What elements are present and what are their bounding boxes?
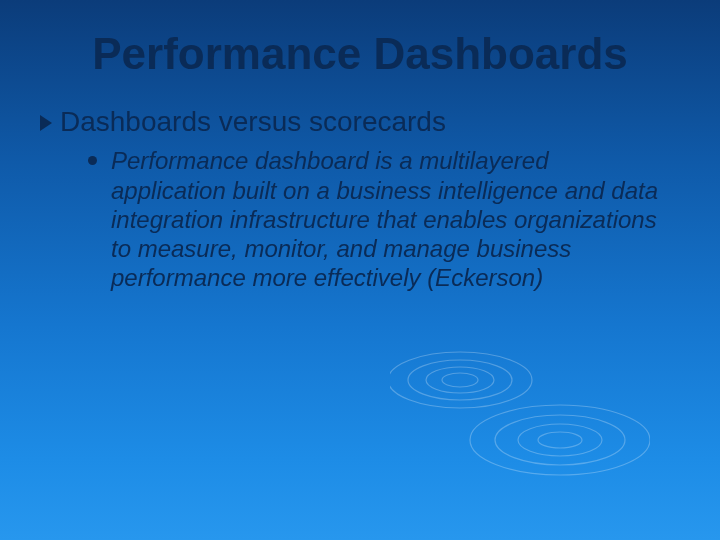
body-text: Performance dashboard is a multilayered … [111,146,660,292]
svg-point-4 [538,432,582,448]
ripple-decoration [390,320,650,500]
arrow-bullet-icon [40,115,52,131]
slide-title: Performance Dashboards [40,30,680,78]
svg-point-5 [518,424,602,456]
ripple-group-2 [470,405,650,475]
svg-point-6 [495,415,625,465]
svg-point-3 [390,352,532,408]
subhead-row: Dashboards versus scorecards [40,106,680,138]
slide: Performance Dashboards Dashboards versus… [0,0,720,540]
body-row: Performance dashboard is a multilayered … [40,146,680,292]
svg-point-1 [426,367,494,393]
subhead-text: Dashboards versus scorecards [60,106,446,138]
svg-point-0 [442,373,478,387]
dot-bullet-icon [88,156,97,165]
ripple-group-1 [390,352,532,408]
svg-point-7 [470,405,650,475]
svg-point-2 [408,360,512,400]
